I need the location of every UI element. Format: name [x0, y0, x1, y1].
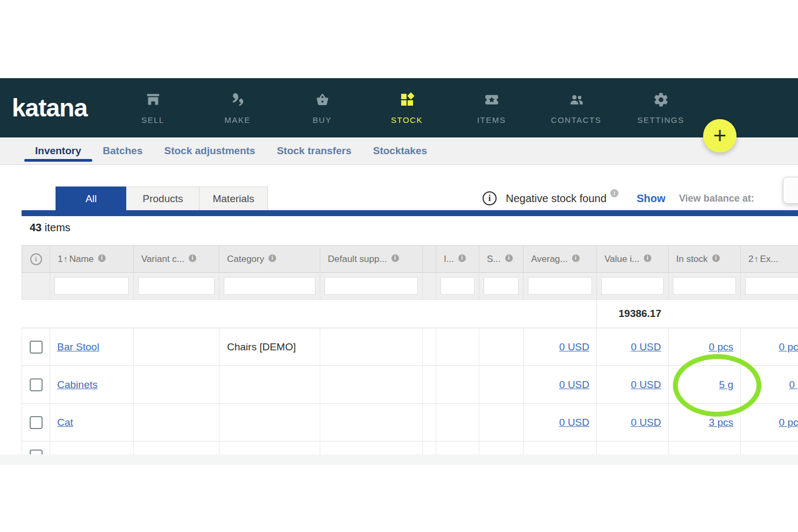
item-name-link[interactable]: Bar Stool [57, 341, 99, 353]
nav-item-items[interactable]: ITEMS [449, 78, 534, 137]
nav-item-label: STOCK [391, 115, 423, 125]
average-cost-link[interactable]: 0 USD [559, 341, 589, 353]
header-expected[interactable]: 2↑Ex... [741, 246, 798, 273]
subnav-tab-stock-adjustments[interactable]: Stock adjustments [153, 137, 266, 164]
nav-item-settings[interactable]: SETTINGS [618, 78, 703, 137]
table-row: Bar Stool Chairs [DEMO] 0 USD 0 USD 0 pc… [22, 328, 798, 366]
tab-all[interactable]: All [56, 186, 127, 210]
column-label: In stock [676, 254, 708, 264]
tab-products[interactable]: Products [126, 186, 200, 210]
category-cell [219, 404, 320, 441]
header-default-supplier[interactable]: Default supp...i [320, 246, 423, 273]
value-in-stock-link[interactable]: 0 USD [631, 417, 661, 428]
default-supplier-cell [320, 404, 423, 441]
nav-item-contacts[interactable]: CONTACTS [534, 78, 618, 137]
table-row: Cat 0 USD 0 USD 3 pcs 0 pcs [22, 404, 798, 441]
average-cost-link[interactable]: 0 USD [559, 417, 589, 428]
expected-link[interactable]: 0 pcs [779, 341, 798, 353]
filter-row [22, 273, 798, 300]
average-cost-link[interactable]: 0 USD [559, 379, 589, 390]
filter-input-value[interactable] [601, 277, 664, 295]
sort-asc-icon: ↑ [63, 254, 67, 264]
header-value-in-stock[interactable]: Value i...i [597, 246, 669, 273]
row-checkbox[interactable] [30, 416, 43, 429]
filter-input-i[interactable] [441, 277, 474, 295]
filter-input-variant[interactable] [138, 277, 215, 295]
people-icon [568, 92, 584, 109]
item-name-link[interactable]: Cat [57, 417, 73, 428]
main-nav: SELL MAKE BUY STOCK [111, 78, 703, 137]
column-label: Name [69, 254, 93, 264]
default-supplier-cell [320, 328, 423, 366]
value-in-stock-link[interactable]: 0 USD [631, 379, 661, 390]
s-cell [479, 404, 524, 441]
item-name-link[interactable]: Cabinets [57, 379, 98, 390]
totals-row: 19386.17 [22, 300, 798, 328]
nav-item-buy[interactable]: BUY [280, 78, 364, 137]
header-variant[interactable]: Variant c...i [134, 246, 219, 273]
nav-item-stock[interactable]: STOCK [364, 78, 449, 137]
tab-materials[interactable]: Materials [199, 186, 268, 210]
filter-input-category[interactable] [224, 277, 315, 295]
row-checkbox[interactable] [30, 450, 43, 454]
in-stock-link[interactable]: 5 g [719, 379, 733, 390]
show-link[interactable]: Show [637, 192, 665, 205]
active-tab-bar [22, 210, 798, 216]
filter-input-in-stock[interactable] [673, 277, 736, 295]
balance-date-control[interactable] [783, 177, 798, 204]
subnav-tab-stocktakes[interactable]: Stocktakes [362, 137, 438, 164]
column-info-icon: i [505, 254, 513, 262]
header-average-cost[interactable]: Averag...i [524, 246, 597, 273]
filter-input-name[interactable] [54, 277, 129, 295]
negative-stock-text: Negative stock found [506, 192, 607, 205]
filter-input-average[interactable] [528, 277, 592, 295]
ticket-star-icon [484, 92, 500, 109]
column-label: Default supp... [328, 254, 387, 264]
header-i[interactable]: I...i [436, 246, 479, 273]
items-count-number: 43 [30, 222, 42, 233]
column-label: Variant c... [141, 254, 184, 264]
filter-input-s[interactable] [484, 277, 519, 295]
nav-item-label: SETTINGS [637, 115, 684, 125]
nav-item-sell[interactable]: SELL [111, 78, 195, 137]
subnav-tab-inventory[interactable]: Inventory [24, 137, 92, 164]
column-label: Ex... [760, 254, 778, 264]
category-cell [219, 366, 320, 404]
item-type-tabs: All Products Materials [56, 186, 267, 210]
nav-item-label: MAKE [224, 115, 251, 125]
header-category[interactable]: Categoryi [219, 246, 320, 273]
header-in-stock[interactable]: In stocki [669, 246, 741, 273]
expected-link[interactable]: 0 pcs [779, 417, 798, 428]
nav-item-label: BUY [313, 115, 332, 125]
filter-input-expected[interactable] [745, 277, 798, 295]
subnav-tab-batches[interactable]: Batches [92, 137, 154, 164]
sort-order-number: 2 [748, 254, 753, 264]
column-info-icon: i [189, 254, 196, 262]
row-checkbox[interactable] [30, 378, 43, 391]
inventory-table: i 1↑Namei Variant c...i Categoryi Defaul… [22, 245, 798, 454]
storefront-icon [145, 92, 161, 109]
header-name[interactable]: 1↑Namei [50, 246, 134, 273]
row-checkbox[interactable] [30, 341, 43, 354]
variant-cell [134, 404, 219, 441]
in-stock-link[interactable]: 3 pcs [709, 417, 733, 428]
nav-item-make[interactable]: MAKE [195, 78, 280, 137]
header-s[interactable]: S...i [479, 246, 524, 273]
filter-cell-spacer [423, 273, 436, 300]
make-quotes-icon [230, 92, 246, 109]
top-navbar: katana SELL MAKE BUY STOC [0, 78, 798, 137]
default-supplier-cell [320, 366, 423, 404]
expected-link[interactable]: 0 g [789, 379, 798, 390]
subnav-tab-stock-transfers[interactable]: Stock transfers [266, 137, 362, 164]
info-circle-icon: i [30, 253, 42, 265]
table-row: Cabinets 0 USD 0 USD 5 g 0 g [22, 366, 798, 404]
in-stock-link[interactable]: 0 pcs [709, 341, 733, 353]
value-in-stock-link[interactable]: 0 USD [631, 341, 661, 353]
filter-input-default-supplier[interactable] [325, 277, 418, 295]
column-info-icon: i [644, 254, 651, 262]
header-select-info: i [22, 246, 50, 273]
i-cell [436, 366, 479, 404]
add-new-button[interactable]: + [703, 119, 737, 153]
items-count-suffix: items [42, 222, 70, 233]
katana-logo[interactable]: katana [0, 78, 111, 137]
